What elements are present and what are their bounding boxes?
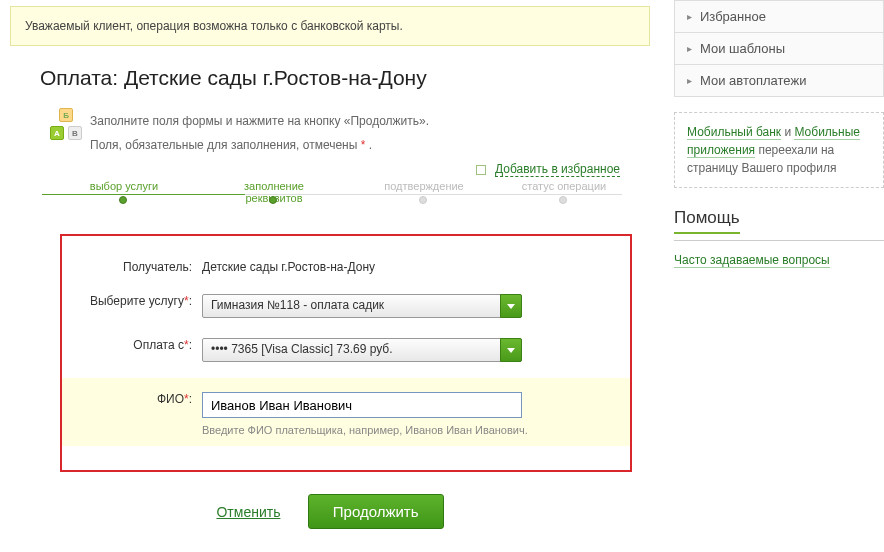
icon-box-a: А [50, 126, 64, 140]
chevron-down-icon[interactable] [500, 338, 522, 362]
faq-link-row: Часто задаваемые вопросы [674, 251, 884, 269]
service-select[interactable]: Гимназия №118 - оплата садик [202, 294, 522, 318]
sidebar-item-autopayments[interactable]: ▸ Мои автоплатежи [674, 64, 884, 97]
service-label: Выберите услугу*: [72, 290, 202, 308]
intro-line2: Поля, обязательные для заполнения, отмеч… [90, 138, 429, 152]
sidebar-item-favorites[interactable]: ▸ Избранное [674, 0, 884, 33]
payfrom-select-value: •••• 7365 [Visa Classic] 73.69 руб. [202, 338, 522, 362]
sidebar-item-templates[interactable]: ▸ Мои шаблоны [674, 32, 884, 65]
payfrom-label: Оплата с*: [72, 334, 202, 352]
service-select-value: Гимназия №118 - оплата садик [202, 294, 522, 318]
icon-box-v: В [68, 126, 82, 140]
help-section: Помощь [674, 208, 884, 241]
step-status: статус операции [504, 180, 624, 194]
help-title: Помощь [674, 208, 740, 234]
chevron-right-icon: ▸ [687, 75, 692, 86]
form-actions: Отменить Продолжить [10, 494, 650, 529]
icon-box-b: Б [59, 108, 73, 122]
alert-text: Уважаемый клиент, операция возможна толь… [25, 19, 403, 33]
faq-link[interactable]: Часто задаваемые вопросы [674, 253, 830, 268]
payfrom-row: Оплата с*: •••• 7365 [Visa Classic] 73.6… [72, 334, 610, 362]
main-content: Уважаемый клиент, операция возможна толь… [0, 0, 660, 552]
sidebar-info-box: Мобильный банк и Мобильные приложения пе… [674, 112, 884, 188]
mobile-bank-link[interactable]: Мобильный банк [687, 125, 781, 140]
service-row: Выберите услугу*: Гимназия №118 - оплата… [72, 290, 610, 318]
fio-row: ФИО*: Введите ФИО плательщика, например,… [62, 378, 630, 446]
alert-box: Уважаемый клиент, операция возможна толь… [10, 6, 650, 46]
fio-label: ФИО*: [72, 388, 202, 406]
sidebar-item-label: Мои шаблоны [700, 41, 785, 56]
sidebar: ▸ Избранное ▸ Мои шаблоны ▸ Мои автоплат… [674, 0, 884, 269]
page-title: Оплата: Детские сады г.Ростов-на-Дону [40, 66, 650, 90]
step-fill-details: заполнение реквизитов [214, 180, 334, 206]
add-favorites-link[interactable]: Добавить в избранное [495, 162, 620, 177]
form-icon: Б А В [50, 108, 90, 144]
recipient-value: Детские сады г.Ростов-на-Дону [202, 256, 610, 274]
chevron-right-icon: ▸ [687, 11, 692, 22]
step-confirmation: подтверждение [364, 180, 484, 194]
intro-text: Заполните поля формы и нажмите на кнопку… [90, 108, 429, 152]
progress-stepper: выбор услуги заполнение реквизитов подтв… [24, 186, 640, 206]
checkbox-icon[interactable] [476, 165, 486, 175]
step-select-service: выбор услуги [64, 180, 184, 194]
chevron-down-icon[interactable] [500, 294, 522, 318]
recipient-label: Получатель: [72, 256, 202, 274]
continue-button[interactable]: Продолжить [308, 494, 444, 529]
intro-block: Б А В Заполните поля формы и нажмите на … [50, 108, 650, 152]
sidebar-item-label: Избранное [700, 9, 766, 24]
payment-form: Получатель: Детские сады г.Ростов-на-Дон… [60, 234, 632, 472]
intro-line1: Заполните поля формы и нажмите на кнопку… [90, 114, 429, 128]
add-to-favorites: Добавить в избранное [10, 162, 620, 176]
chevron-right-icon: ▸ [687, 43, 692, 54]
fio-hint: Введите ФИО плательщика, например, Ивано… [202, 424, 610, 436]
payfrom-select[interactable]: •••• 7365 [Visa Classic] 73.69 руб. [202, 338, 522, 362]
recipient-row: Получатель: Детские сады г.Ростов-на-Дон… [72, 256, 610, 274]
sidebar-item-label: Мои автоплатежи [700, 73, 806, 88]
fio-input[interactable] [202, 392, 522, 418]
cancel-button[interactable]: Отменить [216, 504, 280, 520]
